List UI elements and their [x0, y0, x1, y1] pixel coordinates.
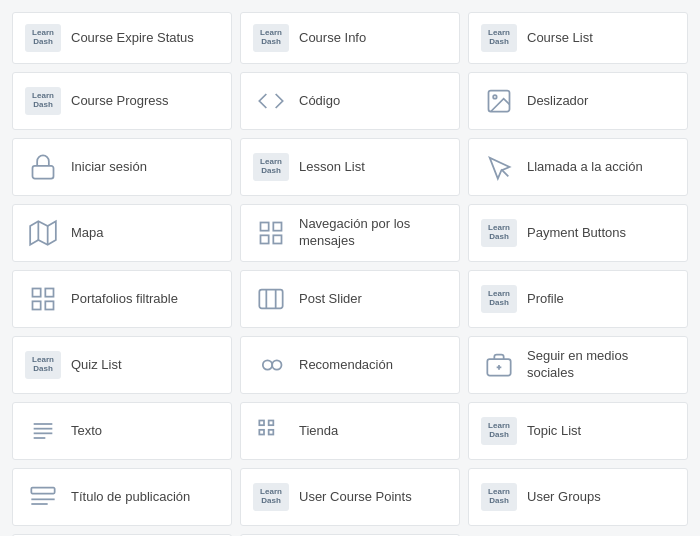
lock-icon: [25, 149, 61, 185]
widget-lesson-list[interactable]: LearnDash Lesson List: [240, 138, 460, 196]
widget-label-texto: Texto: [71, 423, 102, 440]
svg-point-1: [493, 95, 497, 99]
learndash-badge: LearnDash: [253, 153, 289, 181]
text-icon: [25, 413, 61, 449]
widget-label-course-info: Course Info: [299, 30, 366, 47]
svg-rect-15: [259, 290, 282, 309]
svg-rect-2: [33, 166, 54, 179]
widget-label-lesson-list: Lesson List: [299, 159, 365, 176]
widget-navegacion-mensajes[interactable]: Navegación por los mensajes: [240, 204, 460, 262]
map-icon: [25, 215, 61, 251]
widget-label-iniciar-sesion: Iniciar sesión: [71, 159, 147, 176]
widget-label-portafolios-filtrable: Portafolios filtrable: [71, 291, 178, 308]
widget-label-codigo: Código: [299, 93, 340, 110]
widget-label-quiz-list: Quiz List: [71, 357, 122, 374]
widget-label-navegacion-mensajes: Navegación por los mensajes: [299, 216, 447, 250]
image-icon: [481, 83, 517, 119]
widget-profile[interactable]: LearnDash Profile: [468, 270, 688, 328]
widget-titulo-publicacion[interactable]: Título de publicación: [12, 468, 232, 526]
learndash-badge: LearnDash: [481, 483, 517, 511]
widget-quiz-list[interactable]: LearnDash Quiz List: [12, 336, 232, 394]
nav-icon: [253, 215, 289, 251]
svg-rect-14: [45, 301, 53, 309]
widget-course-progress[interactable]: LearnDash Course Progress: [12, 72, 232, 130]
learndash-badge: LearnDash: [481, 417, 517, 445]
svg-rect-9: [261, 235, 269, 243]
svg-rect-7: [261, 223, 269, 231]
widget-label-course-expire-status: Course Expire Status: [71, 30, 194, 47]
widget-label-topic-list: Topic List: [527, 423, 581, 440]
widget-label-seguir-sociales: Seguir en medios sociales: [527, 348, 675, 382]
widget-tienda[interactable]: Tienda: [240, 402, 460, 460]
learndash-badge: LearnDash: [481, 285, 517, 313]
svg-marker-4: [30, 221, 56, 244]
widget-texto[interactable]: Texto: [12, 402, 232, 460]
widget-user-course-points[interactable]: LearnDash User Course Points: [240, 468, 460, 526]
widget-course-expire-status[interactable]: LearnDash Course Expire Status: [12, 12, 232, 64]
shop-icon: [253, 413, 289, 449]
svg-rect-27: [259, 421, 264, 426]
widget-label-llamada-accion: Llamada a la acción: [527, 159, 643, 176]
social-icon: [481, 347, 517, 383]
widget-label-course-list: Course List: [527, 30, 593, 47]
svg-rect-31: [31, 488, 54, 494]
svg-rect-30: [269, 430, 274, 435]
widget-llamada-accion[interactable]: Llamada a la acción: [468, 138, 688, 196]
widget-course-info[interactable]: LearnDash Course Info: [240, 12, 460, 64]
widget-portafolios-filtrable[interactable]: Portafolios filtrable: [12, 270, 232, 328]
widget-codigo[interactable]: Código: [240, 72, 460, 130]
svg-rect-12: [45, 289, 53, 297]
widget-post-slider[interactable]: Post Slider: [240, 270, 460, 328]
quote-icon: [253, 347, 289, 383]
svg-rect-10: [273, 235, 281, 243]
widget-grid: LearnDash Course Expire Status LearnDash…: [12, 12, 688, 536]
widget-recomendacion[interactable]: Recomendación: [240, 336, 460, 394]
widget-deslizador[interactable]: Deslizador: [468, 72, 688, 130]
widget-label-mapa: Mapa: [71, 225, 104, 242]
widget-label-recomendacion: Recomendación: [299, 357, 393, 374]
post-slider-icon: [253, 281, 289, 317]
code-icon: [253, 83, 289, 119]
widget-label-tienda: Tienda: [299, 423, 338, 440]
svg-line-3: [501, 169, 508, 176]
svg-rect-29: [259, 430, 264, 435]
widget-iniciar-sesion[interactable]: Iniciar sesión: [12, 138, 232, 196]
widget-label-deslizador: Deslizador: [527, 93, 588, 110]
learndash-badge: LearnDash: [253, 24, 289, 52]
learndash-badge: LearnDash: [25, 24, 61, 52]
widget-label-user-groups: User Groups: [527, 489, 601, 506]
learndash-badge: LearnDash: [481, 24, 517, 52]
learndash-badge: LearnDash: [25, 87, 61, 115]
learndash-badge: LearnDash: [253, 483, 289, 511]
widget-payment-buttons[interactable]: LearnDash Payment Buttons: [468, 204, 688, 262]
widget-label-user-course-points: User Course Points: [299, 489, 412, 506]
grid-icon: [25, 281, 61, 317]
widget-seguir-sociales[interactable]: Seguir en medios sociales: [468, 336, 688, 394]
svg-rect-13: [33, 301, 41, 309]
widget-user-groups[interactable]: LearnDash User Groups: [468, 468, 688, 526]
cursor-icon: [481, 149, 517, 185]
widget-label-profile: Profile: [527, 291, 564, 308]
svg-point-19: [272, 360, 281, 369]
learndash-badge: LearnDash: [481, 219, 517, 247]
widget-mapa[interactable]: Mapa: [12, 204, 232, 262]
learndash-badge: LearnDash: [25, 351, 61, 379]
svg-rect-11: [33, 289, 41, 297]
widget-label-payment-buttons: Payment Buttons: [527, 225, 626, 242]
svg-point-18: [263, 360, 272, 369]
widget-topic-list[interactable]: LearnDash Topic List: [468, 402, 688, 460]
widget-label-titulo-publicacion: Título de publicación: [71, 489, 190, 506]
widget-course-list[interactable]: LearnDash Course List: [468, 12, 688, 64]
svg-rect-8: [273, 223, 281, 231]
header-icon: [25, 479, 61, 515]
widget-label-course-progress: Course Progress: [71, 93, 169, 110]
svg-rect-28: [269, 421, 274, 426]
widget-label-post-slider: Post Slider: [299, 291, 362, 308]
